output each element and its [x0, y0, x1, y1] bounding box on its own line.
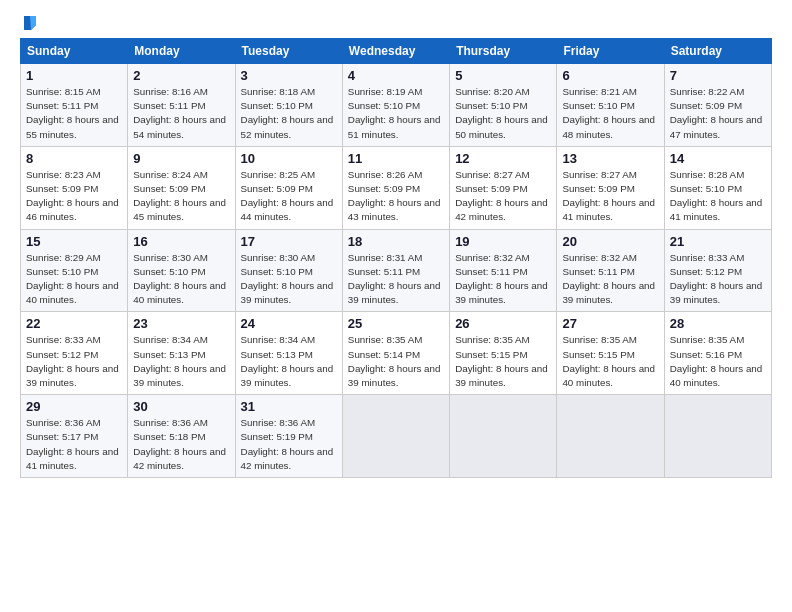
calendar-cell: 14Sunrise: 8:28 AMSunset: 5:10 PMDayligh… [664, 146, 771, 229]
day-detail: Sunrise: 8:35 AMSunset: 5:14 PMDaylight:… [348, 333, 444, 390]
calendar-week-row: 15Sunrise: 8:29 AMSunset: 5:10 PMDayligh… [21, 229, 772, 312]
day-number: 22 [26, 316, 122, 331]
day-number: 1 [26, 68, 122, 83]
col-header-thursday: Thursday [450, 39, 557, 64]
calendar-cell: 26Sunrise: 8:35 AMSunset: 5:15 PMDayligh… [450, 312, 557, 395]
day-detail: Sunrise: 8:36 AMSunset: 5:17 PMDaylight:… [26, 416, 122, 473]
day-detail: Sunrise: 8:23 AMSunset: 5:09 PMDaylight:… [26, 168, 122, 225]
logo-icon [21, 14, 39, 32]
calendar-cell: 5Sunrise: 8:20 AMSunset: 5:10 PMDaylight… [450, 64, 557, 147]
day-number: 21 [670, 234, 766, 249]
day-detail: Sunrise: 8:33 AMSunset: 5:12 PMDaylight:… [26, 333, 122, 390]
calendar-cell: 9Sunrise: 8:24 AMSunset: 5:09 PMDaylight… [128, 146, 235, 229]
day-detail: Sunrise: 8:24 AMSunset: 5:09 PMDaylight:… [133, 168, 229, 225]
day-detail: Sunrise: 8:25 AMSunset: 5:09 PMDaylight:… [241, 168, 337, 225]
day-detail: Sunrise: 8:34 AMSunset: 5:13 PMDaylight:… [241, 333, 337, 390]
day-detail: Sunrise: 8:19 AMSunset: 5:10 PMDaylight:… [348, 85, 444, 142]
calendar-cell: 18Sunrise: 8:31 AMSunset: 5:11 PMDayligh… [342, 229, 449, 312]
day-detail: Sunrise: 8:18 AMSunset: 5:10 PMDaylight:… [241, 85, 337, 142]
day-number: 31 [241, 399, 337, 414]
day-number: 26 [455, 316, 551, 331]
day-number: 2 [133, 68, 229, 83]
calendar-header-row: SundayMondayTuesdayWednesdayThursdayFrid… [21, 39, 772, 64]
calendar-cell: 2Sunrise: 8:16 AMSunset: 5:11 PMDaylight… [128, 64, 235, 147]
calendar-cell [450, 395, 557, 478]
calendar-cell [342, 395, 449, 478]
day-number: 27 [562, 316, 658, 331]
calendar-cell: 13Sunrise: 8:27 AMSunset: 5:09 PMDayligh… [557, 146, 664, 229]
day-detail: Sunrise: 8:31 AMSunset: 5:11 PMDaylight:… [348, 251, 444, 308]
day-number: 4 [348, 68, 444, 83]
day-number: 3 [241, 68, 337, 83]
calendar-cell: 25Sunrise: 8:35 AMSunset: 5:14 PMDayligh… [342, 312, 449, 395]
day-detail: Sunrise: 8:27 AMSunset: 5:09 PMDaylight:… [455, 168, 551, 225]
day-number: 11 [348, 151, 444, 166]
day-number: 12 [455, 151, 551, 166]
calendar-cell: 19Sunrise: 8:32 AMSunset: 5:11 PMDayligh… [450, 229, 557, 312]
col-header-monday: Monday [128, 39, 235, 64]
day-detail: Sunrise: 8:16 AMSunset: 5:11 PMDaylight:… [133, 85, 229, 142]
calendar-cell: 10Sunrise: 8:25 AMSunset: 5:09 PMDayligh… [235, 146, 342, 229]
day-detail: Sunrise: 8:20 AMSunset: 5:10 PMDaylight:… [455, 85, 551, 142]
day-number: 5 [455, 68, 551, 83]
logo [20, 18, 39, 28]
day-number: 10 [241, 151, 337, 166]
col-header-sunday: Sunday [21, 39, 128, 64]
day-number: 15 [26, 234, 122, 249]
calendar-table: SundayMondayTuesdayWednesdayThursdayFrid… [20, 38, 772, 478]
day-number: 9 [133, 151, 229, 166]
calendar-cell: 20Sunrise: 8:32 AMSunset: 5:11 PMDayligh… [557, 229, 664, 312]
col-header-wednesday: Wednesday [342, 39, 449, 64]
calendar-cell: 28Sunrise: 8:35 AMSunset: 5:16 PMDayligh… [664, 312, 771, 395]
day-number: 24 [241, 316, 337, 331]
calendar-cell: 12Sunrise: 8:27 AMSunset: 5:09 PMDayligh… [450, 146, 557, 229]
calendar-cell: 6Sunrise: 8:21 AMSunset: 5:10 PMDaylight… [557, 64, 664, 147]
day-number: 13 [562, 151, 658, 166]
day-number: 17 [241, 234, 337, 249]
calendar-cell: 29Sunrise: 8:36 AMSunset: 5:17 PMDayligh… [21, 395, 128, 478]
day-number: 28 [670, 316, 766, 331]
calendar-cell: 15Sunrise: 8:29 AMSunset: 5:10 PMDayligh… [21, 229, 128, 312]
day-detail: Sunrise: 8:30 AMSunset: 5:10 PMDaylight:… [241, 251, 337, 308]
calendar-week-row: 22Sunrise: 8:33 AMSunset: 5:12 PMDayligh… [21, 312, 772, 395]
calendar-cell: 11Sunrise: 8:26 AMSunset: 5:09 PMDayligh… [342, 146, 449, 229]
day-detail: Sunrise: 8:30 AMSunset: 5:10 PMDaylight:… [133, 251, 229, 308]
day-number: 7 [670, 68, 766, 83]
day-detail: Sunrise: 8:28 AMSunset: 5:10 PMDaylight:… [670, 168, 766, 225]
day-detail: Sunrise: 8:15 AMSunset: 5:11 PMDaylight:… [26, 85, 122, 142]
day-number: 16 [133, 234, 229, 249]
col-header-friday: Friday [557, 39, 664, 64]
day-number: 14 [670, 151, 766, 166]
calendar-cell: 7Sunrise: 8:22 AMSunset: 5:09 PMDaylight… [664, 64, 771, 147]
day-number: 25 [348, 316, 444, 331]
calendar-cell: 4Sunrise: 8:19 AMSunset: 5:10 PMDaylight… [342, 64, 449, 147]
page: SundayMondayTuesdayWednesdayThursdayFrid… [0, 0, 792, 488]
calendar-cell: 31Sunrise: 8:36 AMSunset: 5:19 PMDayligh… [235, 395, 342, 478]
day-detail: Sunrise: 8:34 AMSunset: 5:13 PMDaylight:… [133, 333, 229, 390]
calendar-cell: 8Sunrise: 8:23 AMSunset: 5:09 PMDaylight… [21, 146, 128, 229]
day-number: 29 [26, 399, 122, 414]
day-number: 8 [26, 151, 122, 166]
day-detail: Sunrise: 8:22 AMSunset: 5:09 PMDaylight:… [670, 85, 766, 142]
day-detail: Sunrise: 8:27 AMSunset: 5:09 PMDaylight:… [562, 168, 658, 225]
calendar-cell: 17Sunrise: 8:30 AMSunset: 5:10 PMDayligh… [235, 229, 342, 312]
day-detail: Sunrise: 8:36 AMSunset: 5:19 PMDaylight:… [241, 416, 337, 473]
day-detail: Sunrise: 8:33 AMSunset: 5:12 PMDaylight:… [670, 251, 766, 308]
calendar-cell: 27Sunrise: 8:35 AMSunset: 5:15 PMDayligh… [557, 312, 664, 395]
calendar-cell: 24Sunrise: 8:34 AMSunset: 5:13 PMDayligh… [235, 312, 342, 395]
header [20, 18, 772, 28]
day-detail: Sunrise: 8:36 AMSunset: 5:18 PMDaylight:… [133, 416, 229, 473]
calendar-cell: 21Sunrise: 8:33 AMSunset: 5:12 PMDayligh… [664, 229, 771, 312]
day-detail: Sunrise: 8:35 AMSunset: 5:15 PMDaylight:… [562, 333, 658, 390]
day-detail: Sunrise: 8:32 AMSunset: 5:11 PMDaylight:… [455, 251, 551, 308]
calendar-cell: 23Sunrise: 8:34 AMSunset: 5:13 PMDayligh… [128, 312, 235, 395]
day-number: 18 [348, 234, 444, 249]
svg-marker-1 [30, 16, 36, 30]
calendar-cell: 30Sunrise: 8:36 AMSunset: 5:18 PMDayligh… [128, 395, 235, 478]
day-number: 20 [562, 234, 658, 249]
calendar-cell [664, 395, 771, 478]
day-detail: Sunrise: 8:21 AMSunset: 5:10 PMDaylight:… [562, 85, 658, 142]
day-detail: Sunrise: 8:29 AMSunset: 5:10 PMDaylight:… [26, 251, 122, 308]
day-detail: Sunrise: 8:26 AMSunset: 5:09 PMDaylight:… [348, 168, 444, 225]
col-header-tuesday: Tuesday [235, 39, 342, 64]
